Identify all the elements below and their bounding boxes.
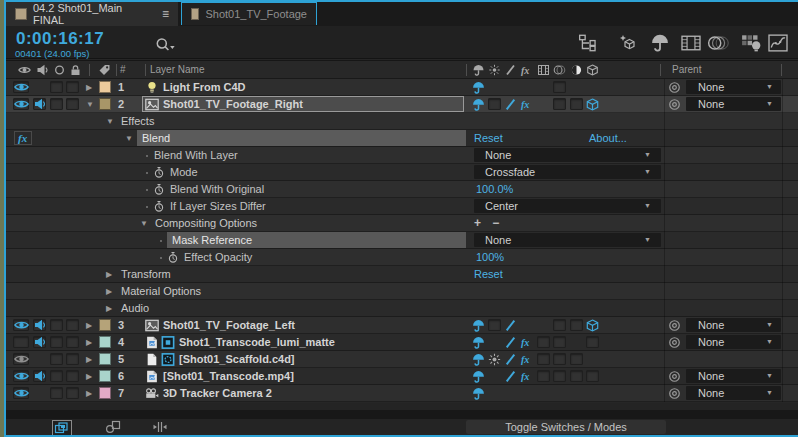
property-row[interactable]: fx▼BlendResetAbout...: [6, 130, 798, 147]
tab-comp-main[interactable]: 04.2 Shot01_Main FINAL ≡: [6, 2, 178, 26]
lock-switch[interactable]: [66, 353, 79, 365]
switch-cell[interactable]: [488, 319, 501, 331]
lock-icon[interactable]: [69, 64, 82, 76]
solo-switch[interactable]: [50, 387, 63, 399]
layer-row[interactable]: ▶1Light From C4DNone▼: [6, 79, 798, 96]
parent-dropdown[interactable]: None▼: [686, 80, 781, 94]
twirl-closed-icon[interactable]: ▶: [86, 321, 92, 330]
twirl-closed-icon[interactable]: ▶: [106, 304, 112, 313]
solo-switch[interactable]: [50, 353, 63, 365]
pickwhip-icon[interactable]: [668, 81, 681, 94]
parent-dropdown[interactable]: None▼: [686, 386, 781, 400]
switch-cell[interactable]: [553, 336, 566, 348]
shy-icon[interactable]: [472, 319, 485, 332]
eye-icon[interactable]: [14, 388, 29, 398]
stopwatch-icon[interactable]: [154, 200, 164, 213]
layer-color-swatch[interactable]: [99, 370, 111, 382]
twirl-closed-icon[interactable]: ▶: [86, 83, 92, 92]
lock-switch[interactable]: [66, 336, 79, 348]
stopwatch-icon[interactable]: [154, 183, 164, 196]
shy-icon[interactable]: [472, 98, 485, 111]
switch-cell[interactable]: [570, 353, 583, 365]
fx-icon[interactable]: fx: [520, 353, 533, 366]
eye-icon[interactable]: [18, 64, 31, 76]
transfer-controls-pane-icon[interactable]: [104, 420, 122, 434]
property-row[interactable]: ▶TransformReset: [6, 266, 798, 283]
switch-cell[interactable]: [488, 98, 501, 110]
twirl-open-icon[interactable]: ▼: [86, 100, 94, 109]
solo-switch[interactable]: [50, 370, 63, 382]
layer-name[interactable]: Shot01_TV_Footage_Left: [163, 319, 295, 331]
layer-switches-pane-icon[interactable]: [52, 420, 72, 436]
switch-cell[interactable]: [553, 98, 566, 110]
twirl-closed-icon[interactable]: ▶: [86, 355, 92, 364]
brainstorm-icon[interactable]: [741, 34, 763, 52]
add-remove-buttons[interactable]: + −: [474, 216, 503, 230]
switch-cell[interactable]: [586, 370, 599, 382]
cube-icon[interactable]: [586, 319, 599, 332]
stopwatch-icon[interactable]: [154, 166, 164, 179]
layer-row[interactable]: ▶6[Shot01_Transcode.mp4]fxNone▼: [6, 368, 798, 385]
switch-cell[interactable]: [537, 370, 550, 382]
quality-icon[interactable]: [504, 98, 517, 111]
effect-enable-toggle[interactable]: fx: [14, 131, 32, 145]
cube-icon[interactable]: [586, 64, 599, 76]
tag-icon[interactable]: [98, 64, 111, 76]
switch-cell[interactable]: [553, 370, 566, 382]
parent-dropdown[interactable]: None▼: [686, 369, 781, 383]
solo-icon[interactable]: [53, 64, 66, 76]
motion-blur-icon[interactable]: [707, 34, 729, 52]
property-value[interactable]: 100.0%: [476, 183, 513, 195]
layer-row[interactable]: ▶3Shot01_TV_Footage_LeftNone▼: [6, 317, 798, 334]
property-row[interactable]: ▼Effects: [6, 113, 798, 130]
about-link[interactable]: About...: [589, 132, 627, 144]
eye-icon[interactable]: [14, 99, 29, 109]
lock-switch[interactable]: [66, 319, 79, 331]
switch-cell[interactable]: [553, 353, 566, 365]
reset-link[interactable]: Reset: [474, 268, 503, 280]
layer-color-swatch[interactable]: [99, 319, 111, 331]
pickwhip-icon[interactable]: [668, 336, 681, 349]
fx-icon[interactable]: fx: [520, 64, 533, 76]
eye-icon[interactable]: [14, 320, 29, 330]
tab-comp-footage[interactable]: Shot01_TV_Footage: [181, 2, 317, 25]
quality-icon[interactable]: [504, 64, 517, 76]
fx-icon[interactable]: fx: [520, 336, 533, 349]
toggle-switches-modes-button[interactable]: Toggle Switches / Modes: [466, 420, 666, 434]
layer-row[interactable]: ▶4Shot1_Transcode_lumi_mattefxNone▼: [6, 334, 798, 351]
lock-switch[interactable]: [66, 387, 79, 399]
layer-color-swatch[interactable]: [99, 336, 111, 348]
layer-name[interactable]: 3D Tracker Camera 2: [163, 387, 272, 399]
layer-row[interactable]: ▶73D Tracker Camera 2None▼: [6, 385, 798, 402]
twirl-closed-icon[interactable]: ▶: [106, 287, 112, 296]
cube-icon[interactable]: [586, 98, 599, 111]
layer-name[interactable]: Light From C4D: [163, 81, 246, 93]
stopwatch-icon[interactable]: [168, 251, 178, 264]
twirl-closed-icon[interactable]: ▶: [86, 372, 92, 381]
layer-color-swatch[interactable]: [99, 81, 111, 93]
pickwhip-icon[interactable]: [668, 319, 681, 332]
audio-icon[interactable]: [36, 64, 49, 76]
layer-name[interactable]: Shot01_TV_Footage_Right: [163, 98, 303, 110]
property-row[interactable]: ▼Compositing Options+ −: [6, 215, 798, 232]
fx-icon[interactable]: fx: [520, 370, 533, 383]
property-row[interactable]: Mask ReferenceNone▼: [6, 232, 798, 249]
value-dropdown[interactable]: Crossfade▼: [474, 165, 661, 179]
solo-switch[interactable]: [50, 81, 63, 93]
property-row[interactable]: ▶Audio: [6, 300, 798, 317]
shy-layers-icon[interactable]: [649, 34, 671, 52]
mini-flowchart-icon[interactable]: [578, 34, 600, 52]
layer-row[interactable]: ▼2Shot01_TV_Footage_RightfxNone▼: [6, 96, 798, 113]
value-dropdown[interactable]: None▼: [474, 148, 661, 162]
shy-icon[interactable]: [472, 387, 485, 400]
eye-icon[interactable]: [14, 371, 29, 381]
switch-cell[interactable]: [553, 319, 566, 331]
eye-icon[interactable]: [14, 82, 29, 92]
switch-cell[interactable]: [570, 319, 583, 331]
layer-name[interactable]: Shot1_Transcode_lumi_matte: [179, 336, 335, 348]
collapse-icon-dim[interactable]: [488, 353, 501, 366]
audio-icon[interactable]: [34, 319, 46, 331]
shy-icon[interactable]: [472, 64, 485, 76]
lock-switch[interactable]: [66, 81, 79, 93]
twirl-open-icon[interactable]: ▼: [125, 134, 133, 143]
